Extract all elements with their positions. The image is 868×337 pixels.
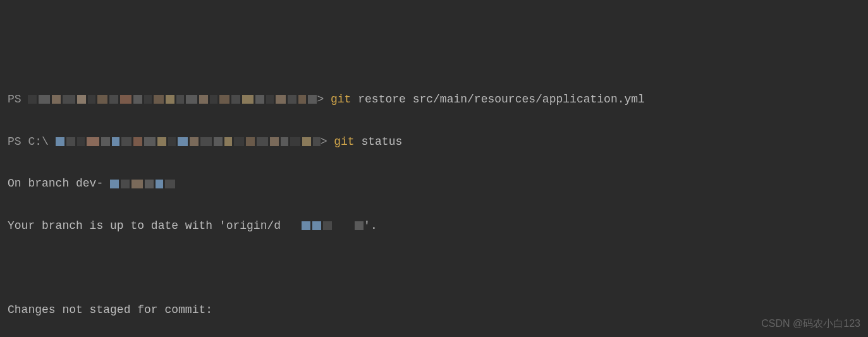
- uptodate-suffix: '.: [364, 219, 377, 232]
- changes-header: Changes not staged for commit:: [8, 300, 860, 321]
- git-args: status: [355, 135, 403, 148]
- uptodate-prefix: Your branch is up to date with 'origin/d: [8, 219, 281, 232]
- redacted-path: [28, 95, 317, 104]
- blank-line: [8, 258, 860, 279]
- uptodate-line: Your branch is up to date with 'origin/d…: [8, 216, 860, 236]
- branch-line: On branch dev-: [8, 173, 860, 194]
- redacted-branch: [110, 180, 175, 188]
- terminal-line-restore: PS > git restore src/main/resources/appl…: [8, 89, 860, 110]
- git-keyword: git: [331, 93, 351, 106]
- prompt-ps: PS C:\: [8, 135, 56, 148]
- redacted-path: [56, 137, 321, 146]
- prompt-ps: PS: [8, 93, 28, 106]
- redacted-remote: [281, 221, 364, 230]
- branch-text: On branch dev-: [8, 177, 110, 190]
- terminal-line-status: PS C:\ > git status: [8, 132, 860, 152]
- prompt-arrow: >: [321, 135, 334, 148]
- git-args: restore src/main/resources/application.y…: [351, 93, 644, 106]
- prompt-arrow: >: [317, 93, 331, 106]
- git-keyword: git: [334, 135, 354, 148]
- watermark: CSDN @码农小白123: [761, 314, 860, 333]
